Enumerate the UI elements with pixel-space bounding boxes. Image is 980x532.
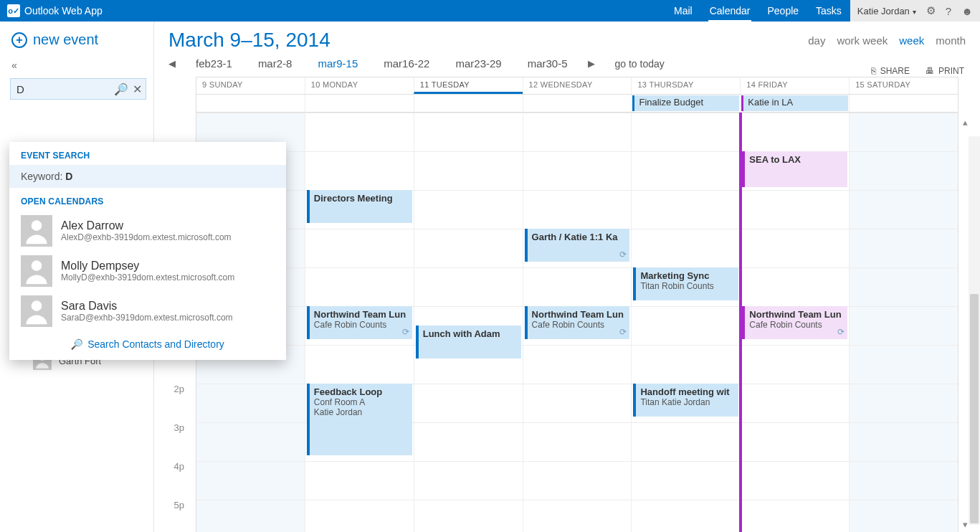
event-location: Cafe Robin Counts: [749, 320, 843, 330]
allday-cell[interactable]: [849, 95, 958, 112]
allday-event[interactable]: Finalize Budget: [632, 95, 739, 111]
person-email: MollyD@exhb-3919dom.extest.microsoft.com: [61, 272, 234, 282]
popup-person-row[interactable]: Molly Dempsey MollyD@exhb-3919dom.extest…: [9, 251, 286, 291]
print-icon: 🖶: [926, 66, 934, 76]
allday-cell[interactable]: [305, 95, 414, 112]
view-month[interactable]: month: [936, 34, 966, 47]
day-column[interactable]: Garth / Katie 1:1 Ka⟳Northwind Team LunC…: [523, 113, 632, 532]
calendar-header: March 9–15, 2014 day work week week mont…: [154, 22, 980, 77]
event-location: Titan Katie Jordan: [640, 397, 734, 407]
day-column[interactable]: Directors MeetingNorthwind Team LunCafe …: [305, 113, 414, 532]
svg-point-0: [32, 220, 42, 231]
gear-icon[interactable]: ⚙: [926, 4, 936, 17]
share-icon: ⎘: [871, 66, 876, 76]
day-header[interactable]: 11 TUESDAY: [414, 77, 523, 94]
clear-search-icon[interactable]: ✕: [133, 82, 142, 96]
allday-cell[interactable]: [196, 95, 305, 112]
nav-mail[interactable]: Mail: [665, 0, 701, 22]
new-event-button[interactable]: + new event: [0, 22, 153, 55]
allday-cell[interactable]: Katie in LA: [740, 95, 849, 112]
day-headers: 9 SUNDAY10 MONDAY11 TUESDAY12 WEDNESDAY1…: [196, 77, 958, 94]
calendar-event[interactable]: Lunch with Adam: [416, 326, 521, 358]
scrollbar-thumb[interactable]: [970, 294, 979, 523]
day-header[interactable]: 15 SATURDAY: [849, 77, 958, 94]
event-location: Conf Room A: [314, 397, 408, 407]
week-link[interactable]: mar30-5: [528, 57, 568, 70]
person-name: Molly Dempsey: [61, 260, 234, 272]
event-attendee: Katie Jordan: [314, 407, 408, 417]
calendar-event[interactable]: Feedback LoopConf Room AKatie Jordan: [307, 384, 412, 455]
share-button[interactable]: ⎘SHARE: [871, 66, 910, 76]
calendar-event[interactable]: SEA to LAX: [742, 151, 847, 187]
week-link[interactable]: mar9-15: [318, 57, 358, 70]
user-menu[interactable]: Katie Jordan▾: [857, 6, 916, 16]
help-icon[interactable]: ?: [946, 5, 951, 17]
calendar-event[interactable]: Northwind Team LunCafe Robin Counts⟳: [742, 306, 847, 339]
time-label: 5p: [174, 500, 190, 532]
time-label: 2p: [174, 384, 190, 422]
view-workweek[interactable]: work week: [837, 34, 888, 47]
nav-calendar[interactable]: Calendar: [701, 0, 759, 22]
allday-row: Finalize BudgetKatie in LA: [196, 94, 958, 113]
day-header[interactable]: 12 WEDNESDAY: [523, 77, 632, 94]
avatar: [21, 215, 52, 247]
nav-tasks[interactable]: Tasks: [807, 0, 850, 22]
week-link[interactable]: mar23-29: [455, 57, 501, 70]
allday-event[interactable]: Katie in LA: [741, 95, 848, 111]
scrollbar-track[interactable]: [969, 136, 980, 525]
event-title: Feedback Loop: [314, 386, 408, 397]
week-link[interactable]: feb23-1: [196, 57, 232, 70]
calendar-event[interactable]: Handoff meeting witTitan Katie Jordan: [633, 384, 738, 417]
print-button[interactable]: 🖶PRINT: [926, 66, 964, 76]
app-logo-area[interactable]: o✓ Outlook Web App: [0, 4, 110, 17]
popup-keyword-row[interactable]: Keyword: D: [9, 165, 286, 188]
view-week[interactable]: week: [899, 34, 924, 47]
person-name: Alex Darrow: [61, 219, 232, 232]
view-day[interactable]: day: [808, 34, 825, 47]
day-header[interactable]: 14 FRIDAY: [740, 77, 849, 94]
svg-point-1: [32, 260, 42, 271]
notifications-icon[interactable]: ☻: [961, 5, 973, 17]
plus-circle-icon: +: [11, 32, 27, 48]
search-suggestions-popup: EVENT SEARCH Keyword: D OPEN CALENDARS A…: [9, 142, 286, 360]
calendar-event[interactable]: Northwind Team LunCafe Robin Counts⟳: [525, 306, 630, 339]
day-column[interactable]: SEA to LAXNorthwind Team LunCafe Robin C…: [740, 113, 849, 532]
popup-search-directory[interactable]: 🔍 Search Contacts and Directory: [9, 331, 286, 354]
event-title: Garth / Katie 1:1 Ka: [532, 232, 626, 242]
allday-cell[interactable]: [414, 95, 523, 112]
popup-person-row[interactable]: Sara Davis SaraD@exhb-3919dom.extest.mic…: [9, 291, 286, 331]
event-title: Northwind Team Lun: [314, 309, 408, 320]
popup-person-row[interactable]: Alex Darrow AlexD@exhb-3919dom.extest.mi…: [9, 211, 286, 251]
day-column[interactable]: [849, 113, 958, 532]
calendar-event[interactable]: Directors Meeting: [307, 190, 412, 223]
new-event-label: new event: [33, 32, 98, 48]
current-time-indicator: [739, 113, 742, 532]
weeks-next-icon[interactable]: ▶: [588, 58, 595, 69]
collapse-sidebar-button[interactable]: «: [0, 55, 153, 74]
go-to-today[interactable]: go to today: [615, 58, 665, 70]
allday-cell[interactable]: Finalize Budget: [631, 95, 740, 112]
scroll-up-icon[interactable]: ▴: [963, 117, 973, 127]
allday-cell[interactable]: [523, 95, 632, 112]
calendar-event[interactable]: Marketing SyncTitan Robin Counts: [633, 267, 738, 300]
calendar-event[interactable]: Garth / Katie 1:1 Ka⟳: [525, 229, 630, 262]
event-title: Northwind Team Lun: [749, 309, 843, 320]
day-header[interactable]: 10 MONDAY: [305, 77, 414, 94]
week-link[interactable]: mar2-8: [258, 57, 292, 70]
search-icon: 🔍: [71, 338, 83, 350]
time-grid[interactable]: Directors MeetingNorthwind Team LunCafe …: [196, 113, 958, 532]
person-email: SaraD@exhb-3919dom.extest.microsoft.com: [61, 313, 233, 323]
day-column[interactable]: Lunch with Adam: [414, 113, 523, 532]
event-location: Titan Robin Counts: [640, 281, 734, 291]
event-title: Marketing Sync: [640, 270, 734, 281]
day-header[interactable]: 9 SUNDAY: [196, 77, 305, 94]
topbar: o✓ Outlook Web App Mail Calendar People …: [0, 0, 980, 22]
day-column[interactable]: Marketing SyncTitan Robin CountsHandoff …: [631, 113, 740, 532]
weeks-prev-icon[interactable]: ◀: [168, 58, 176, 69]
user-area: Katie Jordan▾ ⚙ ? ☻: [850, 0, 980, 22]
search-icon[interactable]: 🔍: [114, 82, 128, 96]
day-header[interactable]: 13 THURSDAY: [631, 77, 740, 94]
calendar-event[interactable]: Northwind Team LunCafe Robin Counts⟳: [307, 306, 412, 339]
week-link[interactable]: mar16-22: [384, 57, 429, 70]
nav-people[interactable]: People: [758, 0, 807, 22]
